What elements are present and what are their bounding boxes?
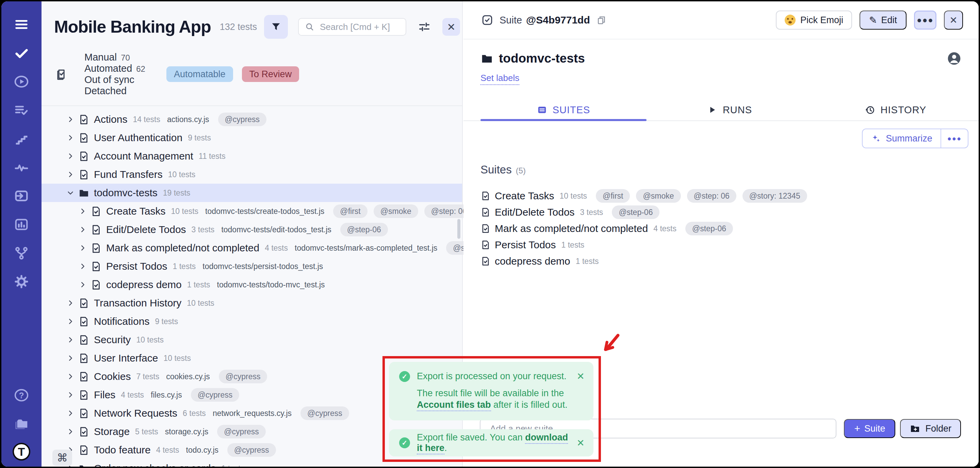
tree-row[interactable]: Actions 14 tests actions.cy.js @cypress (41, 110, 462, 129)
chevron-right-icon[interactable] (79, 263, 91, 270)
more-actions-button[interactable]: ●●● (914, 11, 937, 30)
tree-item-tags: @cypress (227, 443, 276, 457)
suites-list: Create Tasks 10 tests @first@smoke@step:… (480, 188, 963, 270)
summarize-button[interactable]: Summarize ●●● (862, 129, 969, 148)
chevron-right-icon[interactable] (67, 318, 78, 325)
tree-row[interactable]: Transaction History 10 tests (41, 294, 462, 312)
pulse-icon[interactable] (12, 158, 31, 177)
tab-history[interactable]: HISTORY (813, 99, 978, 121)
assignee-avatar[interactable] (947, 51, 962, 66)
tree-row[interactable]: Security 10 tests (41, 331, 462, 349)
chevron-right-icon[interactable] (79, 281, 91, 289)
app-logo[interactable]: T (13, 443, 30, 460)
filter-item[interactable]: Out of sync (84, 74, 145, 86)
filter-button[interactable] (264, 15, 288, 39)
chevron-right-icon[interactable] (67, 299, 78, 307)
account-files-tab-link[interactable]: Account files tab (417, 400, 491, 411)
tree-item-count: 10 tests (163, 354, 191, 363)
run-play-icon[interactable] (12, 72, 31, 91)
chevron-right-icon[interactable] (79, 226, 91, 233)
suite-file-icon (78, 316, 92, 327)
chevron-right-icon[interactable] (67, 409, 78, 417)
toast-close-icon[interactable]: ✕ (577, 437, 585, 449)
pick-emoji-button[interactable]: Pick Emoji (776, 11, 852, 30)
chevron-right-icon[interactable] (67, 171, 78, 178)
tree-item-tags: @cypress (191, 388, 240, 402)
filter-item-count: 62 (136, 64, 145, 74)
import-icon[interactable] (12, 186, 31, 205)
scrollbar-thumb[interactable] (457, 219, 460, 239)
add-folder-button[interactable]: Folder (900, 419, 961, 438)
divider (41, 105, 462, 106)
chevron-right-icon[interactable] (67, 152, 78, 160)
filter-item[interactable]: Automated 62 (84, 63, 145, 74)
suite-row[interactable]: Mark as completed/not completed 4 tests … (480, 221, 963, 237)
panel-close-button[interactable]: ✕ (442, 18, 460, 36)
projects-folder-icon[interactable] (12, 414, 31, 433)
tree-item-label: Persist Todos (106, 260, 167, 272)
chevron-right-icon[interactable] (79, 244, 91, 252)
settings-gear-icon[interactable] (12, 272, 31, 291)
copy-icon[interactable] (596, 15, 606, 25)
tree-row[interactable]: Order new checks or cards 1 tests (41, 459, 462, 466)
chevron-right-icon[interactable] (67, 428, 78, 435)
toast-body: The result file will be available in the… (417, 387, 584, 411)
tree-item-count: 19 tests (163, 189, 191, 198)
tree-item-count: 10 tests (187, 298, 215, 308)
project-title: Mobile Banking App (54, 17, 211, 37)
filter-pill-automatable[interactable]: Automatable (166, 66, 233, 82)
add-suite-button[interactable]: + Suite (844, 419, 895, 438)
tree-row[interactable]: User Authentication 9 tests (41, 129, 462, 147)
chevron-right-icon[interactable] (67, 134, 78, 141)
tree-row[interactable]: Create Tasks 10 tests todomvc-tests/crea… (41, 202, 462, 221)
tree-row[interactable]: codepress demo 1 tests todomvc-tests/tod… (41, 276, 462, 294)
sliders-icon[interactable] (418, 21, 431, 33)
filter-item[interactable]: Detached (84, 86, 145, 97)
tree-item-path: cookies.cy.js (166, 372, 210, 381)
tag-pill: @first (333, 205, 367, 218)
select-tests-icon[interactable] (55, 68, 68, 81)
sidebar: ? T (2, 2, 41, 466)
search-input[interactable] (319, 21, 399, 33)
tree-item-label: Files (94, 389, 115, 401)
tree-item-path: network_requests.cy.js (213, 409, 292, 418)
filter-pill-to-review[interactable]: To Review (242, 66, 299, 82)
chevron-right-icon[interactable] (67, 391, 78, 398)
folder-icon (78, 187, 92, 198)
steps-icon[interactable] (12, 129, 31, 148)
suite-row[interactable]: Persist Todos 1 tests (480, 237, 963, 253)
filter-item[interactable]: Manual 70 (84, 52, 145, 63)
toast-close-icon[interactable]: ✕ (577, 371, 585, 382)
set-labels-link[interactable]: Set labels (480, 73, 519, 85)
suite-row[interactable]: codepress demo 1 tests (480, 253, 963, 270)
tab-suites[interactable]: SUITES (480, 99, 646, 121)
tree-row[interactable]: Persist Todos 1 tests todomvc-tests/pers… (41, 257, 462, 276)
menu-icon[interactable] (12, 15, 31, 34)
command-key-button[interactable]: ⌘ (52, 450, 72, 466)
suite-row-label: Persist Todos (495, 239, 556, 251)
chevron-down-icon[interactable] (67, 189, 78, 197)
close-detail-button[interactable]: ✕ (944, 11, 963, 30)
checklist-icon[interactable] (12, 101, 31, 120)
tree-row[interactable]: Account Management 11 tests (41, 147, 462, 165)
suite-file-icon (78, 298, 92, 309)
tree-row[interactable]: Mark as completed/not completed 4 tests … (41, 239, 462, 257)
tests-check-icon[interactable] (12, 44, 31, 63)
help-icon[interactable]: ? (12, 386, 31, 405)
suite-row[interactable]: Edit/Delete Todos 3 tests @step-06 (480, 204, 963, 221)
tree-row[interactable]: todomvc-tests 19 tests (41, 184, 462, 202)
summarize-more-icon[interactable]: ●●● (941, 129, 968, 148)
chevron-right-icon[interactable] (67, 373, 78, 380)
chevron-right-icon[interactable] (67, 354, 78, 362)
tab-runs[interactable]: RUNS (646, 99, 813, 121)
suite-row[interactable]: Create Tasks 10 tests @first@smoke@step:… (480, 188, 963, 204)
tree-row[interactable]: Notifications 9 tests (41, 312, 462, 331)
tree-row[interactable]: Fund Transfers 10 tests (41, 165, 462, 184)
chevron-right-icon[interactable] (79, 208, 91, 215)
tree-row[interactable]: Edit/Delete Todos 3 tests todomvc-tests/… (41, 221, 462, 239)
chevron-right-icon[interactable] (67, 336, 78, 344)
edit-button[interactable]: ✎ Edit (859, 11, 907, 30)
analytics-icon[interactable] (12, 215, 31, 234)
chevron-right-icon[interactable] (67, 116, 78, 123)
branch-icon[interactable] (12, 244, 31, 263)
